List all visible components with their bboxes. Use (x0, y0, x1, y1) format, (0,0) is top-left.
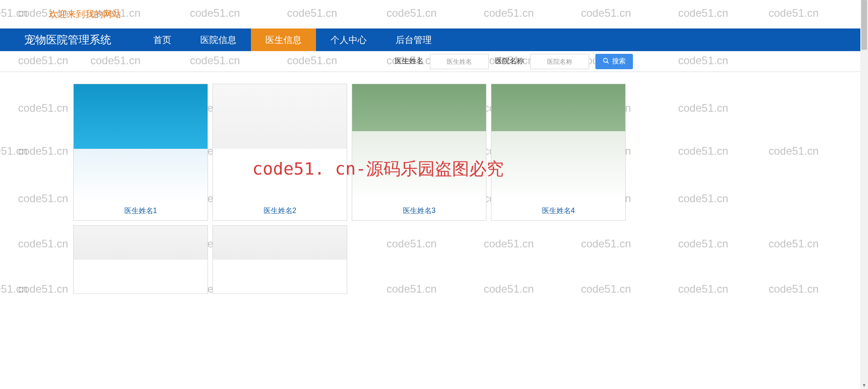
nav-item-home[interactable]: 首页 (139, 28, 186, 51)
main-nav: 宠物医院管理系统 首页 医院信息 医生信息 个人中心 后台管理 (0, 28, 868, 51)
search-label-hospital-name: 医院名称 (495, 57, 524, 66)
nav-items: 首页 医院信息 医生信息 个人中心 后台管理 (139, 28, 446, 51)
content-area: 医生姓名1 医生姓名2 医生姓名3 医生姓名4 (0, 72, 868, 294)
site-title: 宠物医院管理系统 (0, 28, 139, 51)
search-button-label: 搜索 (612, 57, 626, 66)
svg-line-1 (607, 62, 609, 63)
nav-item-hospital-info[interactable]: 医院信息 (186, 28, 251, 51)
doctor-photo (74, 226, 208, 294)
search-button[interactable]: 搜索 (595, 54, 633, 69)
nav-item-personal-center[interactable]: 个人中心 (316, 28, 381, 51)
search-icon (603, 57, 609, 66)
doctor-card[interactable]: 医生姓名1 (73, 84, 208, 221)
nav-item-admin[interactable]: 后台管理 (381, 28, 446, 51)
search-bar: 医生姓名 医院名称 搜索 (0, 51, 868, 72)
doctor-card[interactable]: 医生姓名3 (352, 84, 486, 221)
doctor-photo (213, 226, 347, 294)
scrollbar-arrow-down-icon[interactable]: ▼ (860, 381, 868, 389)
doctor-name-label: 医生姓名2 (213, 202, 347, 220)
search-input-doctor-name[interactable] (430, 54, 489, 69)
doctor-card-grid: 医生姓名1 医生姓名2 医生姓名3 医生姓名4 (73, 84, 634, 294)
scrollbar-thumb[interactable] (861, 0, 867, 50)
doctor-name-label: 医生姓名1 (74, 202, 208, 220)
svg-point-0 (604, 58, 608, 62)
vertical-scrollbar[interactable]: ▲ ▼ (860, 0, 868, 389)
search-label-doctor-name: 医生姓名 (395, 57, 424, 66)
welcome-text: 欢迎来到我的网站 (0, 0, 868, 28)
doctor-photo (491, 84, 625, 202)
doctor-photo (74, 84, 208, 202)
nav-item-doctor-info[interactable]: 医生信息 (251, 28, 316, 51)
doctor-card[interactable] (73, 225, 208, 294)
doctor-card[interactable] (212, 225, 347, 294)
doctor-card[interactable]: 医生姓名2 (212, 84, 347, 221)
doctor-photo (352, 84, 486, 202)
doctor-name-label: 医生姓名4 (491, 202, 625, 220)
search-input-hospital-name[interactable] (530, 54, 589, 69)
doctor-card[interactable]: 医生姓名4 (491, 84, 626, 221)
doctor-photo (213, 84, 347, 202)
doctor-name-label: 医生姓名3 (352, 202, 486, 220)
